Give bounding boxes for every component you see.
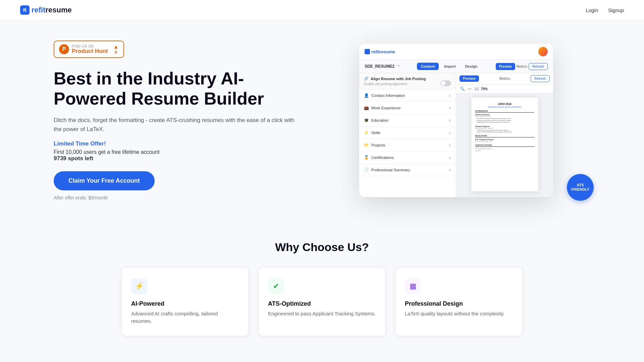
app-topbar: refitresume — [359, 44, 553, 60]
content-tabs: Content Import Design — [417, 63, 481, 70]
education-label: Education — [371, 118, 388, 122]
after-offer-text: After offer ends: $5/month — [54, 195, 295, 200]
logo-text: refitresume — [32, 6, 72, 14]
page-number: 1/2 — [474, 87, 479, 91]
chevron-down-icon: ∨ — [448, 131, 451, 135]
preview-toolbar: Preview Metrics Refresh — [456, 73, 553, 84]
app-sidebar: 🔗 Align Resume with Job Posting Enable j… — [359, 73, 456, 197]
upvote-arrow-icon: ▲ — [113, 44, 119, 50]
sidebar-item-summary[interactable]: 📄 Professional Summary ∨ — [359, 164, 456, 176]
product-hunt-badge[interactable]: P FIND US ON Product Hunt ▲ 6 — [54, 41, 124, 58]
app-body: 🔗 Align Resume with Job Posting Enable j… — [359, 73, 553, 197]
feature-card-ai: ⚡ AI-Powered Advanced AI crafts compelli… — [121, 267, 249, 336]
ats-friendly-badge: ATS FRIENDLY — [567, 174, 594, 201]
preview-button[interactable]: Preview — [496, 63, 515, 70]
tab-content[interactable]: Content — [417, 63, 439, 70]
hero-right: refitresume SDE_RESUME2 ✎ Content Import… — [322, 43, 590, 197]
metrics-tab-button[interactable]: Metrics — [499, 77, 510, 80]
resume-person-name: John Doe — [475, 102, 534, 106]
refresh-button[interactable]: Refresh — [529, 63, 548, 70]
claim-account-button[interactable]: Claim Your Free Account — [54, 171, 155, 190]
sidebar-item-projects[interactable]: 📁 Projects ∨ — [359, 139, 456, 152]
features-grid: ⚡ AI-Powered Advanced AI crafts compelli… — [54, 267, 590, 336]
resume-contact-line: john.doe@example.com | linkedin.com/in/j… — [475, 106, 534, 108]
sidebar-item-contact[interactable]: 👤 Contact Information ∨ — [359, 89, 456, 102]
certifications-label: Certifications — [371, 156, 393, 160]
tab-design[interactable]: Design — [461, 63, 482, 70]
ats-line1: ATS — [577, 183, 584, 187]
align-title: 🔗 Align Resume with Job Posting — [364, 76, 451, 81]
app-logo-icon — [365, 49, 370, 54]
zoom-out-icon[interactable]: — — [467, 86, 472, 92]
hero-description: Ditch the docs, forget the formatting - … — [54, 116, 295, 134]
design-feature-desc: LaTeX-quality layouts without the comple… — [405, 310, 513, 318]
nav-signup-link[interactable]: Signup — [608, 7, 624, 13]
chevron-down-icon: ∨ — [448, 143, 451, 147]
chevron-down-icon: ∨ — [448, 168, 451, 172]
logo-icon: R — [20, 5, 30, 15]
resume-experience-title: Experience — [475, 110, 534, 113]
sidebar-item-education[interactable]: 🎓 Education ∨ — [359, 114, 456, 127]
preview-tab-button[interactable]: Preview — [460, 75, 479, 82]
toolbar-left: SDE_RESUME2 ✎ — [365, 64, 402, 69]
hero-section: P FIND US ON Product Hunt ▲ 6 Best in th… — [0, 20, 644, 221]
tab-import[interactable]: Import — [440, 63, 460, 70]
resume-cert-date: July 2020 — [475, 150, 534, 152]
nav-login-link[interactable]: Login — [586, 7, 598, 13]
hero-title: Best in the Industry AI-Powered Resume B… — [54, 69, 295, 109]
sidebar-item-skills[interactable]: ⚡ Skills ∨ — [359, 127, 456, 139]
ph-text: FIND US ON Product Hunt — [72, 45, 108, 54]
resume-bullet: • Implemented distributed systems ensuri… — [475, 120, 534, 121]
contact-icon: 👤 — [364, 93, 369, 98]
view-tabs: Preview Metrics Refresh — [496, 63, 548, 70]
metrics-button[interactable]: Metrics — [517, 63, 527, 70]
refresh-tab-button[interactable]: Refresh — [531, 75, 550, 82]
why-choose-us-section: Why Choose Us? ⚡ AI-Powered Advanced AI … — [0, 221, 644, 356]
chevron-down-icon: ∨ — [448, 94, 451, 98]
product-hunt-icon: P — [59, 44, 69, 54]
ai-feature-desc: Advanced AI crafts compelling, tailored … — [131, 310, 239, 325]
edit-icon[interactable]: ✎ — [397, 64, 402, 69]
zoom-in-icon[interactable]: 🔍 — [460, 86, 465, 92]
resume-job-2-detail: Citibank, Aug 2020 - July 2021 — [475, 127, 534, 129]
professional-design-icon: ▦ — [410, 282, 417, 291]
chevron-down-icon: ∨ — [448, 106, 451, 110]
product-hunt-label: Product Hunt — [72, 48, 108, 54]
ats-feature-desc: Engineered to pass Applicant Tracking Sy… — [268, 310, 376, 318]
resume-preview-page: John Doe john.doe@example.com | linkedin… — [456, 94, 553, 197]
chevron-down-icon: ∨ — [448, 118, 451, 123]
chevron-down-icon: ∨ — [448, 156, 451, 160]
app-toolbar: SDE_RESUME2 ✎ Content Import Design Prev… — [359, 60, 553, 73]
app-logo-text: refitresume — [371, 49, 395, 54]
app-topbar-right — [538, 47, 548, 56]
projects-icon: 📁 — [364, 143, 369, 147]
why-title: Why Choose Us? — [54, 241, 590, 254]
nav-links: Login Signup — [586, 7, 624, 13]
summary-icon: 📄 — [364, 168, 369, 172]
resume-filename: SDE_RESUME2 — [365, 64, 394, 69]
ats-icon-wrap: ✔ — [268, 278, 284, 294]
resume-bullet: • Developed and optimized Ephemeral addr… — [475, 118, 534, 119]
logo[interactable]: R refitresume — [20, 5, 72, 15]
app-window: refitresume SDE_RESUME2 ✎ Content Import… — [359, 43, 553, 197]
resume-education-section: Education B.S. Computer Science State Un… — [475, 135, 534, 142]
align-subtitle: Enable job posting alignment — [364, 82, 451, 86]
sidebar-item-work[interactable]: 💼 Work Experience ∨ — [359, 102, 456, 114]
align-toggle[interactable] — [440, 80, 451, 86]
navigation: R refitresume Login Signup — [0, 0, 644, 20]
resume-document: John Doe john.doe@example.com | linkedin… — [471, 98, 538, 191]
ats-optimized-icon: ✔ — [273, 282, 279, 291]
ai-icon-wrap: ⚡ — [131, 278, 147, 294]
ats-line2: FRIENDLY — [571, 187, 589, 192]
resume-cert-section: Certifications No results. Add certifica… — [475, 144, 534, 152]
sidebar-item-certifications[interactable]: 🏅 Certifications ∨ — [359, 152, 456, 164]
resume-education-title: Education — [475, 135, 534, 137]
skills-label: Skills — [371, 131, 380, 135]
ph-upvote[interactable]: ▲ 6 — [113, 44, 119, 55]
ats-feature-title: ATS-Optimized — [268, 300, 376, 307]
align-section: 🔗 Align Resume with Job Posting Enable j… — [359, 73, 456, 89]
resume-edu-1-detail: State University, 2016 - 2020 — [475, 140, 534, 142]
certifications-icon: 🏅 — [364, 155, 369, 160]
zoom-toolbar: 🔍 — 1/2 70% — [456, 84, 553, 94]
avatar — [538, 47, 548, 56]
